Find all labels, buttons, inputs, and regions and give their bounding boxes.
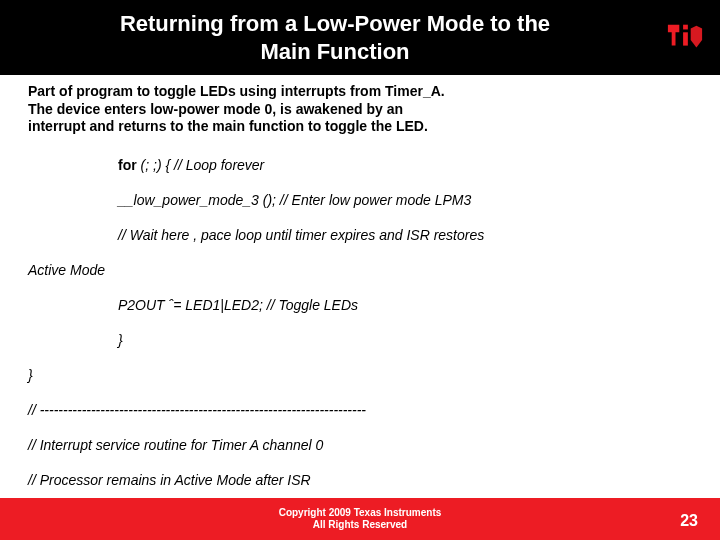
copyright-line: Copyright 2009 Texas Instruments bbox=[279, 507, 442, 519]
code-line: __low_power_mode_3 (); // Enter low powe… bbox=[28, 192, 692, 210]
intro-line: The device enters low-power mode 0, is a… bbox=[28, 101, 692, 119]
intro-text: Part of program to toggle LEDs using int… bbox=[28, 83, 692, 136]
footer-text: Copyright 2009 Texas Instruments All Rig… bbox=[279, 507, 442, 531]
slide-title-line1: Returning from a Low-Power Mode to the bbox=[10, 10, 660, 38]
copyright-line: All Rights Reserved bbox=[279, 519, 442, 531]
title-bar: Returning from a Low-Power Mode to the M… bbox=[0, 0, 720, 75]
code-line: } bbox=[28, 332, 692, 350]
code-line: // -------------------------------------… bbox=[28, 402, 692, 420]
code-line: P2OUT ˆ= LED1|LED2; // Toggle LEDs bbox=[28, 297, 692, 315]
footer-bar: Copyright 2009 Texas Instruments All Rig… bbox=[0, 498, 720, 540]
page-number: 23 bbox=[680, 512, 698, 530]
intro-line: Part of program to toggle LEDs using int… bbox=[28, 83, 692, 101]
code-line: // Interrupt service routine for Timer A… bbox=[28, 437, 692, 455]
svg-rect-1 bbox=[683, 32, 688, 45]
slide-content: Part of program to toggle LEDs using int… bbox=[0, 75, 720, 540]
code-line: // Wait here , pace loop until timer exp… bbox=[28, 227, 692, 245]
slide-title-line2: Main Function bbox=[10, 38, 660, 66]
svg-rect-0 bbox=[683, 24, 688, 29]
code-line: } bbox=[28, 367, 692, 385]
code-text: (; ;) { // Loop forever bbox=[137, 157, 265, 173]
code-line: for (; ;) { // Loop forever bbox=[28, 157, 692, 175]
intro-line: interrupt and returns to the main functi… bbox=[28, 118, 692, 136]
code-line: // Processor remains in Active Mode afte… bbox=[28, 472, 692, 490]
code-kw: for bbox=[118, 157, 137, 173]
code-block: for (; ;) { // Loop forever __low_power_… bbox=[28, 140, 692, 541]
ti-logo-icon bbox=[666, 22, 704, 54]
code-line: Active Mode bbox=[28, 262, 692, 280]
